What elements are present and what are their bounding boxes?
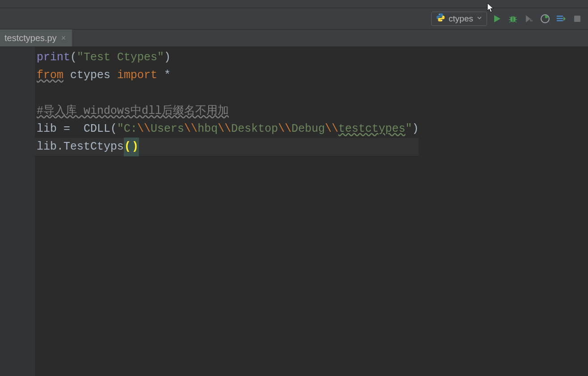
close-icon[interactable]: × — [61, 33, 66, 43]
code-token: lib — [37, 138, 57, 156]
code-token: \\ — [278, 120, 291, 138]
action-toolbar: ctypes — [0, 8, 588, 29]
code-token: hbq — [197, 120, 218, 138]
svg-line-4 — [509, 17, 511, 18]
code-line[interactable] — [35, 84, 419, 102]
code-token: ) — [412, 120, 419, 138]
code-token: " — [405, 120, 412, 138]
top-toolbar-strip — [0, 0, 588, 8]
code-token: . — [57, 138, 63, 156]
svg-rect-13 — [557, 16, 563, 17]
gutter[interactable] — [0, 47, 35, 376]
code-token: \\ — [325, 120, 338, 138]
code-token: ( — [110, 120, 117, 138]
svg-line-8 — [509, 21, 511, 22]
code-token: import — [117, 67, 157, 84]
code-token: Users — [151, 120, 184, 138]
code-line[interactable]: #导入库 windows中dll后缀名不用加 — [35, 102, 419, 120]
editor-tabs-bar: testctypes.py × — [0, 29, 588, 47]
profile-button[interactable] — [539, 13, 551, 25]
run-configuration-selector[interactable]: ctypes — [431, 12, 487, 26]
code-token: \\ — [218, 120, 231, 138]
svg-point-1 — [441, 20, 442, 21]
code-token: TestCtyps — [63, 138, 124, 156]
svg-point-12 — [544, 18, 546, 20]
code-token: testctypes — [338, 120, 405, 138]
python-icon — [436, 13, 445, 24]
run-config-label: ctypes — [449, 14, 473, 24]
code-token: = — [57, 120, 84, 138]
code-token — [63, 67, 70, 84]
svg-line-9 — [515, 21, 517, 22]
run-button[interactable] — [491, 13, 503, 25]
code-token: "Test Ctypes" — [77, 49, 164, 67]
code-token: "C: — [117, 120, 137, 138]
code-token: lib — [37, 120, 57, 138]
code-token: ( — [124, 138, 131, 156]
code-token: ) — [131, 138, 139, 156]
code-editor[interactable]: print("Test Ctypes")from ctypes import *… — [35, 47, 419, 376]
code-token: ) — [164, 49, 171, 67]
run-with-coverage-button[interactable] — [523, 13, 535, 25]
code-token: Desktop — [231, 120, 278, 138]
chevron-down-icon — [477, 15, 482, 23]
code-token: #导入库 windows中dll后缀名不用加 — [37, 102, 229, 120]
svg-line-5 — [515, 17, 517, 18]
svg-rect-15 — [557, 20, 563, 21]
tab-testctypes[interactable]: testctypes.py × — [0, 29, 72, 46]
code-line[interactable]: lib = CDLL("C:\\Users\\hbq\\Desktop\\Deb… — [35, 120, 419, 138]
code-token — [110, 67, 117, 84]
code-line[interactable]: lib.TestCtyps() — [35, 138, 419, 156]
tab-label: testctypes.py — [4, 33, 57, 43]
debug-button[interactable] — [507, 13, 519, 25]
svg-point-0 — [439, 14, 440, 15]
code-line[interactable]: print("Test Ctypes") — [35, 49, 419, 67]
code-token: * — [157, 67, 171, 84]
stop-button[interactable] — [571, 13, 584, 25]
code-token: Debug — [291, 120, 325, 138]
editor-area[interactable]: print("Test Ctypes")from ctypes import *… — [0, 47, 588, 376]
svg-rect-14 — [557, 18, 563, 19]
code-token: print — [37, 49, 70, 67]
code-token: ( — [70, 49, 77, 67]
code-line[interactable]: from ctypes import * — [35, 67, 419, 84]
concurrent-button[interactable] — [555, 13, 567, 25]
code-token: \\ — [137, 120, 151, 138]
code-token: from — [37, 67, 63, 84]
code-token: ctypes — [70, 67, 110, 84]
code-token: CDLL — [84, 120, 110, 138]
code-token: \\ — [184, 120, 197, 138]
svg-rect-16 — [574, 16, 580, 22]
